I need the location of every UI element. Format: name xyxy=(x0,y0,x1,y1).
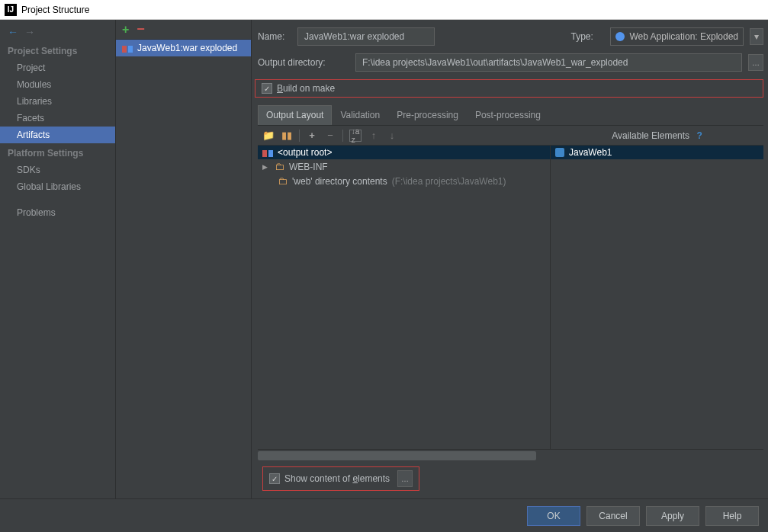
outdir-row: Output directory: … xyxy=(258,53,763,72)
type-label: Type: xyxy=(570,31,604,42)
remove-element-button[interactable]: − xyxy=(324,130,336,142)
help-button[interactable]: Help xyxy=(705,506,759,526)
tab-post-processing[interactable]: Post-processing xyxy=(467,105,549,125)
artifact-icon xyxy=(122,43,133,53)
scrollbar-thumb[interactable] xyxy=(258,451,536,460)
sort-icon[interactable]: ↓az xyxy=(349,130,362,142)
sidebar-item-libraries[interactable]: Libraries xyxy=(0,93,115,110)
artifact-detail: Name: Type: Web Application: Exploded ▾ … xyxy=(252,20,768,498)
show-content-row: ✓ Show content of elementsShow content o… xyxy=(258,460,763,494)
separator xyxy=(299,130,300,142)
sidebar: ← → Project Settings Project Modules Lib… xyxy=(0,20,116,498)
sidebar-item-modules[interactable]: Modules xyxy=(0,76,115,93)
tab-pre-processing[interactable]: Pre-processing xyxy=(388,105,467,125)
outdir-label: Output directory: xyxy=(258,57,349,68)
main-content: ← → Project Settings Project Modules Lib… xyxy=(0,20,768,498)
help-icon[interactable]: ? xyxy=(696,130,702,141)
output-directory-input[interactable] xyxy=(355,53,742,72)
name-input[interactable] xyxy=(297,27,435,46)
available-header: Available Elements ? xyxy=(551,126,763,146)
sidebar-item-problems[interactable]: Problems xyxy=(0,204,115,221)
tab-validation[interactable]: Validation xyxy=(332,105,388,125)
move-up-icon[interactable]: ↑ xyxy=(368,130,380,142)
web-app-icon xyxy=(615,32,625,41)
module-icon xyxy=(555,148,564,157)
type-select[interactable]: Web Application: Exploded xyxy=(610,27,744,46)
tree-webinf[interactable]: ▶ 🗀 WEB-INF xyxy=(258,159,550,174)
sidebar-item-sdks[interactable]: SDKs xyxy=(0,162,115,178)
artifact-list-label: JavaWeb1:war exploded xyxy=(137,43,237,53)
structure-body: <output root> ▶ 🗀 WEB-INF 🗀 'web' direct… xyxy=(258,146,763,450)
artifact-list-column: + − JavaWeb1:war exploded xyxy=(116,20,252,498)
sidebar-heading-project: Project Settings xyxy=(0,41,115,59)
titlebar: IJ Project Structure xyxy=(0,0,768,20)
expand-icon[interactable]: ▶ xyxy=(262,163,270,171)
detail-tabs: Output Layout Validation Pre-processing … xyxy=(258,105,763,126)
horizontal-scrollbar[interactable] xyxy=(258,451,763,460)
type-value: Web Application: Exploded xyxy=(629,31,738,42)
dialog-buttons: OK Cancel Apply Help xyxy=(0,498,768,532)
name-row: Name: Type: Web Application: Exploded ▾ xyxy=(258,27,763,46)
output-tree: <output root> ▶ 🗀 WEB-INF 🗀 'web' direct… xyxy=(258,146,550,449)
create-dir-icon[interactable]: 📁 xyxy=(262,130,275,142)
folder-icon: 🗀 xyxy=(275,161,284,172)
show-content-checkbox[interactable]: ✓ xyxy=(269,473,280,484)
build-on-make-checkbox[interactable]: ✓ xyxy=(262,83,272,94)
sidebar-heading-platform: Platform Settings xyxy=(0,143,115,162)
artifact-list-toolbar: + − xyxy=(116,20,251,40)
window-title: Project Structure xyxy=(21,5,89,15)
type-dropdown-button[interactable]: ▾ xyxy=(750,28,763,45)
artifact-list-item[interactable]: JavaWeb1:war exploded xyxy=(116,40,251,56)
tree-webdir-path: (F:\idea projects\JavaWeb1) xyxy=(392,176,506,187)
tree-webdir[interactable]: 🗀 'web' directory contents (F:\idea proj… xyxy=(258,174,550,188)
remove-artifact-button[interactable]: − xyxy=(137,21,145,37)
artifact-icon xyxy=(262,148,273,157)
show-content-options-button[interactable]: … xyxy=(397,470,413,487)
tree-webdir-label: 'web' directory contents xyxy=(292,176,387,187)
apply-button[interactable]: Apply xyxy=(646,506,699,526)
build-on-make-highlight: ✓ BBuild on makeuild on make xyxy=(255,79,763,98)
browse-output-button[interactable]: … xyxy=(748,54,763,71)
create-archive-icon[interactable]: ▮▮ xyxy=(281,130,293,142)
build-on-make-label: BBuild on makeuild on make xyxy=(277,83,335,94)
sidebar-item-facets[interactable]: Facets xyxy=(0,110,115,127)
move-down-icon[interactable]: ↓ xyxy=(386,130,398,142)
sidebar-item-global-libraries[interactable]: Global Libraries xyxy=(0,178,115,195)
tree-root-label: <output root> xyxy=(278,147,332,158)
tree-root[interactable]: <output root> xyxy=(258,146,550,159)
dir-contents-icon: 🗀 xyxy=(278,175,288,187)
name-label: Name: xyxy=(258,31,291,42)
forward-icon[interactable]: → xyxy=(24,26,35,37)
sidebar-item-project[interactable]: Project xyxy=(0,59,115,76)
sidebar-item-artifacts[interactable]: Artifacts xyxy=(0,127,115,143)
tree-webinf-label: WEB-INF xyxy=(289,162,328,172)
available-module[interactable]: JavaWeb1 xyxy=(551,146,763,159)
sidebar-nav: ← → xyxy=(0,26,115,41)
add-element-button[interactable]: + xyxy=(306,130,318,142)
back-icon[interactable]: ← xyxy=(8,26,18,37)
cancel-button[interactable]: Cancel xyxy=(586,506,640,526)
add-artifact-button[interactable]: + xyxy=(122,23,129,37)
available-module-label: JavaWeb1 xyxy=(569,147,612,158)
tab-output-layout[interactable]: Output Layout xyxy=(258,105,332,125)
app-icon: IJ xyxy=(5,4,17,16)
available-elements: Available Elements ? JavaWeb1 xyxy=(550,146,763,449)
available-header-label: Available Elements xyxy=(612,130,689,141)
show-content-label: Show content of elementsShow content of … xyxy=(284,473,390,484)
ok-button[interactable]: OK xyxy=(527,506,580,526)
separator xyxy=(342,130,343,142)
